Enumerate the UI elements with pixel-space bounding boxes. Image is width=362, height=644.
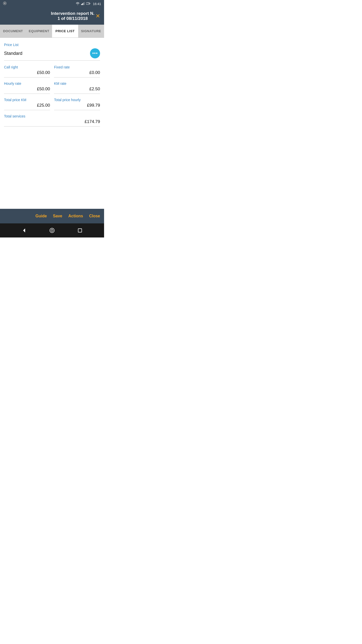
tab-document[interactable]: DOCUMENT [0,25,26,37]
status-time: 16:41 [93,2,101,6]
hourly-rate-value: £50.00 [4,87,50,94]
status-bar: 16:41 [0,0,104,8]
header-close-button[interactable]: ✕ [96,13,100,19]
bottom-action-bar: Guide Save Actions Close [0,209,104,223]
nav-back-button[interactable] [20,226,28,234]
total-price-hourly-field: Total price hourly £99.79 [54,98,100,110]
hourly-rate-field: Hourly rate £50.00 [4,82,50,94]
status-circle-icon [3,2,7,6]
svg-rect-2 [81,4,82,5]
actions-button[interactable]: Actions [68,214,83,218]
close-button[interactable]: Close [89,214,100,218]
tab-price-list[interactable]: PRICE LIST [52,25,78,37]
hourly-rate-label: Hourly rate [4,82,50,86]
battery-icon [86,2,90,6]
total-services-field: Total services £174.79 [4,114,100,127]
price-list-value: Standard [4,51,22,56]
svg-rect-5 [84,2,85,5]
fixed-rate-value: £0.00 [54,70,100,77]
svg-rect-7 [90,3,90,4]
tabs-bar: DOCUMENT EQUIPMENT PRICE LIST SIGNATURE [0,25,104,38]
total-price-hourly-label: Total price hourly [54,98,100,102]
more-options-button[interactable]: ••• [90,48,100,58]
more-dots-icon: ••• [92,51,98,56]
call-right-value: £50.00 [4,70,50,77]
header-title: Intervention report N. 1 of 08/11/2018 [50,11,96,21]
guide-button[interactable]: Guide [35,214,47,218]
km-rate-value: £2.50 [54,87,100,94]
km-rate-field: KM rate £2.50 [54,82,100,94]
price-list-label: Price List [4,43,100,47]
save-button[interactable]: Save [53,214,62,218]
total-price-hourly-value: £99.79 [54,103,100,110]
tab-signature[interactable]: SIGNATURE [78,25,104,37]
km-rate-label: KM rate [54,82,100,86]
call-right-label: Call right [4,65,50,69]
tab-equipment[interactable]: EQUIPMENT [26,25,52,37]
svg-rect-3 [82,3,83,5]
call-right-field: Call right £50.00 [4,65,50,77]
nav-recents-button[interactable] [76,226,84,234]
svg-rect-6 [86,3,89,5]
svg-point-9 [50,228,54,233]
svg-marker-8 [23,228,25,232]
signal-icon [81,2,85,6]
total-services-label: Total services [4,114,100,118]
price-fields-grid: Call right £50.00 Fixed rate £0.00 Hourl… [4,65,100,131]
wifi-icon [76,2,80,6]
svg-point-10 [51,229,53,231]
svg-rect-11 [78,229,82,232]
system-nav-bar [0,223,104,237]
fixed-rate-field: Fixed rate £0.00 [54,65,100,77]
svg-point-1 [4,3,6,4]
total-price-km-field: Total price KM £25.00 [4,98,50,110]
fixed-rate-label: Fixed rate [54,65,100,69]
total-price-km-label: Total price KM [4,98,50,102]
total-services-value: £174.79 [4,119,100,127]
nav-home-button[interactable] [48,226,56,234]
main-content: Price List Standard ••• Call right £50.0… [0,38,104,209]
header: Intervention report N. 1 of 08/11/2018 ✕ [0,8,104,25]
price-list-selector-row: Standard ••• [4,48,100,61]
svg-rect-4 [83,3,84,5]
total-price-km-value: £25.00 [4,103,50,110]
